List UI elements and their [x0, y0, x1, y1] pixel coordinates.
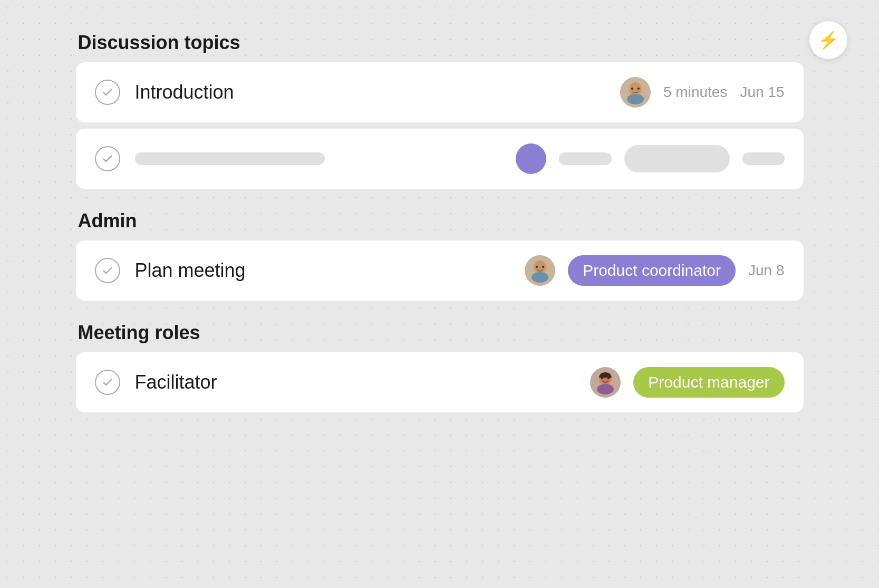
check-icon-introduction[interactable]: [95, 80, 120, 105]
check-icon-plan-meeting[interactable]: [95, 258, 120, 283]
checkmark-svg: [101, 86, 114, 99]
section-discussion-topics: Discussion topics Introduction: [76, 32, 804, 189]
tag-product-manager[interactable]: Product manager: [633, 367, 784, 398]
card-title-facilitator: Facilitator: [135, 371, 591, 393]
card-right-plan-meeting: Product coordinator Jun 8: [525, 255, 784, 286]
checkmark-svg-facilitator: [101, 376, 114, 389]
card-skeleton: [76, 129, 804, 189]
skeleton-text-bar: [135, 152, 325, 165]
skeleton-right: [516, 143, 785, 174]
avatar-plan-meeting: [525, 255, 555, 286]
check-icon-skeleton: [95, 146, 120, 171]
check-icon-facilitator[interactable]: [95, 370, 120, 395]
skeleton-pill-1: [624, 145, 730, 172]
svg-point-3: [631, 88, 633, 90]
skeleton-bar-1: [559, 152, 612, 165]
checkmark-svg-skeleton: [101, 152, 114, 165]
meta-date-plan-meeting: Jun 8: [748, 262, 785, 279]
section-title-discussion-topics: Discussion topics: [76, 32, 804, 54]
card-facilitator[interactable]: Facilitator Product manager: [76, 352, 804, 412]
card-title-introduction: Introduction: [135, 81, 621, 103]
svg-point-11: [532, 272, 548, 283]
svg-point-4: [637, 88, 640, 90]
lightning-button[interactable]: ⚡: [809, 21, 847, 59]
avatar-introduction: [620, 77, 651, 108]
meta-minutes-introduction: 5 minutes: [663, 84, 727, 101]
lightning-icon: ⚡: [818, 30, 839, 50]
meta-date-introduction: Jun 15: [740, 84, 784, 101]
section-title-meeting-roles: Meeting roles: [76, 322, 804, 344]
skeleton-text-area: [135, 152, 516, 165]
avatar-facilitator: [590, 367, 621, 398]
card-plan-meeting[interactable]: Plan meeting Product coordinator: [76, 240, 804, 301]
section-admin: Admin Plan meeting: [76, 210, 804, 301]
svg-point-17: [597, 384, 614, 394]
card-title-plan-meeting: Plan meeting: [135, 259, 525, 282]
card-right-facilitator: Product manager: [590, 367, 784, 398]
skeleton-bar-2: [742, 152, 785, 165]
card-introduction[interactable]: Introduction 5 minutes: [76, 62, 804, 122]
svg-point-9: [536, 266, 538, 268]
skeleton-avatar-circle: [516, 143, 546, 174]
card-right-introduction: 5 minutes Jun 15: [620, 77, 784, 108]
svg-point-10: [542, 266, 544, 268]
checkmark-svg-plan: [101, 264, 114, 277]
tag-product-coordinator[interactable]: Product coordinator: [568, 255, 736, 286]
section-meeting-roles: Meeting roles Facilitator: [76, 322, 804, 412]
section-title-admin: Admin: [76, 210, 804, 232]
main-content: Discussion topics Introduction: [76, 32, 804, 433]
